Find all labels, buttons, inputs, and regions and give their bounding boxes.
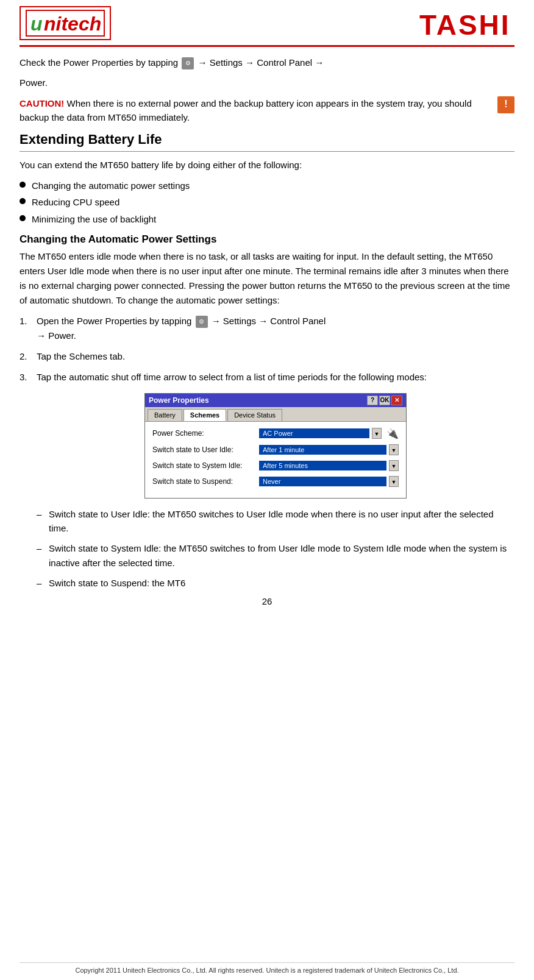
extending-heading: Extending Battery Life — [20, 132, 514, 147]
step1-power: → Power. — [37, 330, 76, 341]
caution-label: CAUTION! — [20, 98, 64, 108]
dash-symbol: – — [37, 507, 46, 521]
list-item: 1. Open the Power Properties by tapping … — [20, 314, 514, 343]
svg-text:u: u — [30, 13, 43, 35]
step1-arrow: → Settings → Control Panel — [212, 316, 326, 326]
steps-list: 1. Open the Power Properties by tapping … — [20, 314, 514, 385]
suspend-dropdown-btn[interactable]: ▼ — [389, 476, 399, 487]
check-power-arrow1: → Settings → Control Panel → — [198, 57, 324, 68]
ok-button[interactable]: OK — [379, 396, 390, 405]
list-item: 2. Tap the Schemes tab. — [20, 349, 514, 364]
dialog-tabs: Battery Schemes Device Status — [145, 407, 406, 422]
power-scheme-label: Power Scheme: — [152, 429, 259, 438]
list-item: Reducing CPU speed — [20, 195, 514, 209]
list-item: – Switch state to System Idle: the MT650… — [37, 541, 514, 570]
power-properties-dialog: Power Properties ? OK ✕ Battery Schemes … — [144, 393, 407, 499]
dash-symbol: – — [37, 541, 46, 555]
user-idle-label: Switch state to User Idle: — [152, 446, 259, 454]
dash-item-text: Switch state to Suspend: the MT6 — [49, 576, 185, 590]
step-number: 1. — [20, 314, 37, 328]
system-idle-dropdown-btn[interactable]: ▼ — [389, 460, 399, 471]
list-item: – Switch state to User Idle: the MT650 s… — [37, 507, 514, 536]
dash-item-text: Switch state to System Idle: the MT650 s… — [49, 541, 514, 570]
svg-text:TASHI: TASHI — [419, 9, 511, 38]
settings-icon: ⚙ — [182, 57, 194, 69]
suspend-dropdown[interactable]: Never — [259, 477, 386, 486]
dialog-titlebar: Power Properties ? OK ✕ — [145, 394, 406, 407]
page-header: u nitech TASHI — [20, 0, 514, 47]
dash-item-text: Switch state to User Idle: the MT650 swi… — [49, 507, 514, 536]
tashi-logo: TASHI — [417, 7, 514, 40]
bullet-dot — [20, 182, 26, 188]
step3-text: Tap the automatic shut off time arrow to… — [37, 370, 514, 385]
step2-text: Tap the Schemes tab. — [37, 349, 514, 364]
user-idle-dropdown[interactable]: After 1 minute — [259, 445, 386, 455]
extending-bullet-list: Changing the automatic power settings Re… — [20, 179, 514, 226]
dash-symbol: – — [37, 576, 46, 590]
step1-text: Open the Power Properties by tapping — [37, 316, 194, 326]
bullet-dot — [20, 198, 26, 204]
list-item: 3. Tap the automatic shut off time arrow… — [20, 370, 514, 385]
caution-text: When there is no external power and the … — [20, 98, 472, 122]
list-item: – Switch state to Suspend: the MT6 — [37, 576, 514, 590]
user-idle-dropdown-btn[interactable]: ▼ — [389, 444, 399, 455]
system-idle-dropdown[interactable]: After 5 minutes — [259, 461, 386, 470]
caution-icon: ! — [497, 96, 514, 113]
page-footer: Copyright 2011 Unitech Electronics Co., … — [20, 962, 514, 974]
plug-icon: 🔌 — [386, 428, 399, 439]
suspend-row: Switch state to Suspend: Never ▼ — [152, 476, 399, 487]
dialog-body: Power Scheme: AC Power ▼ 🔌 Switch state … — [145, 422, 406, 498]
system-idle-label: Switch state to System Idle: — [152, 461, 259, 470]
auto-power-heading: Changing the Automatic Power Settings — [20, 233, 514, 246]
tab-battery[interactable]: Battery — [148, 409, 182, 421]
intro-power: Power. — [20, 76, 514, 90]
tab-schemes[interactable]: Schemes — [183, 409, 226, 421]
svg-text:nitech: nitech — [44, 13, 101, 35]
intro-para: Check the Power Properties by tapping ⚙ … — [20, 55, 514, 69]
step-number: 2. — [20, 349, 37, 364]
screenshot-container: Power Properties ? OK ✕ Battery Schemes … — [37, 393, 514, 499]
dash-list: – Switch state to User Idle: the MT650 s… — [37, 507, 514, 590]
dialog-title: Power Properties — [149, 396, 209, 405]
extending-intro: You can extend the MT650 battery life by… — [20, 158, 514, 172]
list-item: Minimizing the use of backlight — [20, 212, 514, 226]
power-scheme-dropdown[interactable]: AC Power — [259, 428, 369, 438]
step-number: 3. — [20, 370, 37, 385]
power-scheme-row: Power Scheme: AC Power ▼ 🔌 — [152, 428, 399, 439]
page-number: 26 — [20, 596, 514, 606]
close-button[interactable]: ✕ — [391, 396, 402, 405]
caution-block: CAUTION! When there is no external power… — [20, 96, 514, 125]
section-divider — [20, 151, 514, 152]
list-item: Changing the automatic power settings — [20, 179, 514, 193]
settings-icon-step1: ⚙ — [196, 316, 208, 328]
check-power-text1: Check the Power Properties by tapping — [20, 57, 178, 68]
suspend-label: Switch state to Suspend: — [152, 477, 259, 486]
unitech-logo: u nitech — [20, 6, 111, 40]
auto-power-body: The MT650 enters idle mode when there is… — [20, 249, 514, 308]
help-button[interactable]: ? — [367, 396, 378, 405]
footer-text: Copyright 2011 Unitech Electronics Co., … — [75, 967, 458, 974]
power-scheme-dropdown-btn[interactable]: ▼ — [372, 428, 382, 439]
tab-device-status[interactable]: Device Status — [227, 409, 282, 421]
bullet-dot — [20, 215, 26, 221]
user-idle-row: Switch state to User Idle: After 1 minut… — [152, 444, 399, 455]
system-idle-row: Switch state to System Idle: After 5 min… — [152, 460, 399, 471]
